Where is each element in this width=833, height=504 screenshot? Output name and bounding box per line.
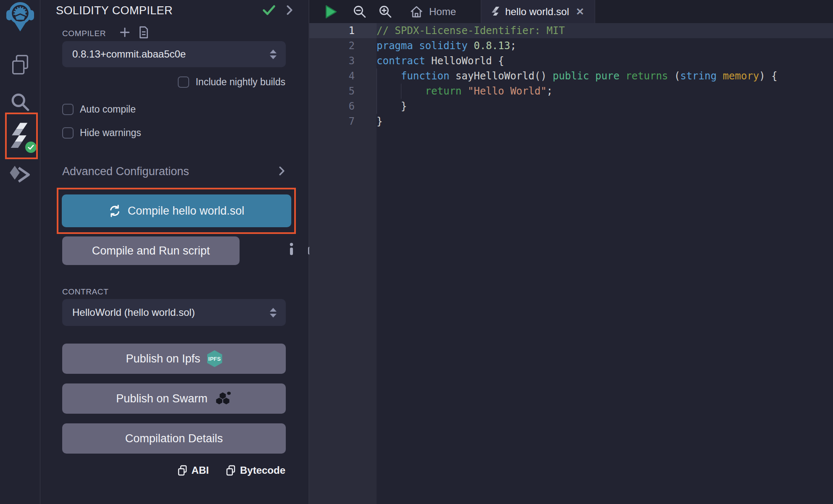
tab-home[interactable]: Home [409,0,456,23]
auto-compile-checkbox[interactable] [62,104,74,115]
indent-guide [377,84,377,99]
bytecode-label: Bytecode [240,465,285,476]
advanced-configurations-toggle[interactable]: Advanced Configurations [62,165,285,178]
code-token: contract [377,55,431,67]
close-tab-icon[interactable]: ✕ [576,6,584,18]
compiler-label-text: COMPILER [62,29,106,38]
editor-area: Home hello world.sol ✕ 1// SPDX-License-… [309,0,833,504]
code-line[interactable]: 5return "Hello World"; [309,84,833,99]
publish-swarm-button[interactable]: Publish on Swarm [62,383,286,414]
compiled-check-icon [262,5,276,17]
indent-guide [377,99,377,114]
line-number: 6 [309,99,377,114]
compile-button[interactable]: Compile hello world.sol [62,194,291,227]
code-line[interactable]: 4function sayHelloWorld() public pure re… [309,68,833,84]
code-token: memory [723,70,759,82]
code-token: ( [674,70,680,82]
abi-label: ABI [192,465,209,476]
line-number: 5 [309,84,377,99]
editor-tab-bar: Home hello world.sol ✕ [309,0,833,23]
contract-label-text: CONTRACT [62,287,108,297]
code-token: sayHelloWorld() [456,70,553,82]
file-tab-label: hello world.sol [505,6,569,18]
search-icon[interactable] [10,92,31,114]
run-script-play-icon[interactable] [324,0,338,23]
solidity-file-icon [492,6,500,17]
compiler-file-icon[interactable] [139,26,149,41]
code-token: "Hello World" [468,85,547,97]
compilation-details-button[interactable]: Compilation Details [62,423,286,454]
compiler-section-label: COMPILER [62,26,149,41]
home-tab-label: Home [429,6,456,18]
code-token: ; [510,40,516,52]
code-token: public pure [553,70,625,82]
hide-warnings-checkbox[interactable] [62,127,74,139]
code-token: function [401,70,456,82]
nightly-builds-label: Include nightly builds [195,76,285,88]
code-token: ; [547,85,553,97]
swarm-cubes-icon [214,391,232,406]
zoom-in-icon[interactable] [378,0,393,23]
line-number: 1 [309,23,377,38]
compiler-version-value: 0.8.13+commit.abaa5c0e [72,48,186,60]
code-token: ) { [759,70,777,82]
hide-warnings-label: Hide warnings [80,127,141,139]
copy-bytecode-button[interactable]: Bytecode [226,465,285,476]
code-token: HelloWorld { [431,55,504,67]
add-compiler-icon[interactable] [119,27,130,40]
nightly-builds-checkbox[interactable] [178,76,189,88]
code-line[interactable]: 2pragma solidity 0.8.13; [309,38,833,53]
code-token: return [425,85,468,97]
contract-select[interactable]: HelloWorld (hello world.sol) [62,299,286,326]
compile-and-run-label: Compile and Run script [92,244,210,257]
indent-guide [401,84,401,99]
code-token: } [401,100,407,112]
sync-icon [108,205,121,217]
zoom-out-icon[interactable] [353,0,367,23]
indent-guide [377,68,377,84]
code-line[interactable]: 1// SPDX-License-Identifier: MIT [309,23,833,38]
chevron-right-icon[interactable] [287,5,293,17]
activity-icon-bar [0,0,40,504]
contract-section-label: CONTRACT [62,287,108,297]
code-token: } [377,116,382,127]
solidity-compiler-panel: SOLIDITY COMPILER COMPILER [40,0,309,504]
compilation-details-label: Compilation Details [125,432,223,445]
compile-button-label: Compile hello world.sol [128,205,245,218]
select-caret-icon [270,308,277,318]
code-token: returns [625,70,674,82]
code-line[interactable]: 3contract HelloWorld { [309,53,833,68]
deploy-run-icon[interactable] [9,165,32,186]
file-explorer-icon[interactable] [9,54,31,77]
remix-ide-window: SOLIDITY COMPILER COMPILER [0,0,833,504]
auto-compile-checkbox-row[interactable]: Auto compile [62,104,136,115]
code-token: pragma solidity [377,40,474,52]
publish-swarm-label: Publish on Swarm [116,392,208,405]
publish-ipfs-label: Publish on Ipfs [126,352,200,365]
copy-abi-button[interactable]: ABI [177,465,209,476]
line-number: 3 [309,53,377,68]
auto-compile-label: Auto compile [80,104,136,115]
ipfs-badge-icon: IPFS [207,350,222,367]
nightly-builds-checkbox-row[interactable]: Include nightly builds [178,76,285,88]
highlight-box-compiler-icon [5,113,38,159]
chevron-right-icon [279,166,285,177]
code-token: // SPDX-License-Identifier: MIT [377,25,565,37]
code-token: string [680,70,722,82]
info-icon[interactable] [289,243,294,257]
compiler-version-select[interactable]: 0.8.13+commit.abaa5c0e [62,41,286,67]
advanced-configurations-label: Advanced Configurations [62,165,189,178]
panel-header: SOLIDITY COMPILER [56,4,293,17]
code-line[interactable]: 7} [309,114,833,129]
code-line[interactable]: 6} [309,99,833,114]
hide-warnings-checkbox-row[interactable]: Hide warnings [62,127,141,139]
line-number: 4 [309,68,377,84]
highlight-box-compile-button: Compile hello world.sol [57,188,296,234]
code-editor[interactable]: 1// SPDX-License-Identifier: MIT2pragma … [309,23,833,504]
remix-logo-icon[interactable] [6,1,34,33]
publish-ipfs-button[interactable]: Publish on Ipfs IPFS [62,344,286,374]
tab-hello-world-sol[interactable]: hello world.sol ✕ [481,0,595,23]
code-lines: 1// SPDX-License-Identifier: MIT2pragma … [309,23,833,129]
panel-title: SOLIDITY COMPILER [56,4,173,17]
compile-and-run-button[interactable]: Compile and Run script [62,236,240,265]
